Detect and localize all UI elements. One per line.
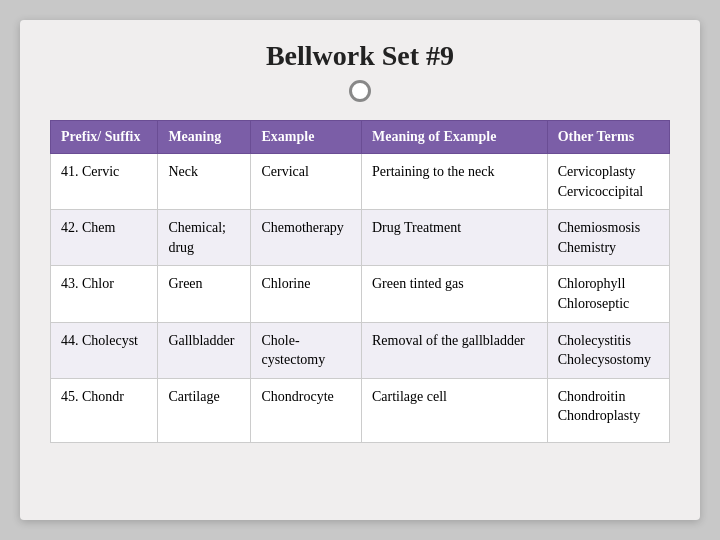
- cell-meaning: Gallbladder: [158, 322, 251, 378]
- cell-example: Cervical: [251, 154, 362, 210]
- cell-example: Chemotherapy: [251, 210, 362, 266]
- table-header-row: Prefix/ Suffix Meaning Example Meaning o…: [51, 121, 670, 154]
- cell-meaning: Chemical; drug: [158, 210, 251, 266]
- page-title: Bellwork Set #9: [266, 40, 454, 72]
- cell-example: Chole- cystectomy: [251, 322, 362, 378]
- cell-meaning-of-example: Removal of the gallbladder: [361, 322, 547, 378]
- cell-other-terms: Chlorophyll Chloroseptic: [547, 266, 669, 322]
- cell-prefix: 41. Cervic: [51, 154, 158, 210]
- cell-example: Chondrocyte: [251, 378, 362, 442]
- cell-prefix: 45. Chondr: [51, 378, 158, 442]
- title-area: Bellwork Set #9: [50, 40, 670, 102]
- col-header-other-terms: Other Terms: [547, 121, 669, 154]
- bellwork-table: Prefix/ Suffix Meaning Example Meaning o…: [50, 120, 670, 443]
- table-row: 43. ChlorGreenChlorineGreen tinted gasCh…: [51, 266, 670, 322]
- cell-meaning-of-example: Cartilage cell: [361, 378, 547, 442]
- cell-meaning-of-example: Pertaining to the neck: [361, 154, 547, 210]
- cell-meaning: Cartilage: [158, 378, 251, 442]
- cell-prefix: 43. Chlor: [51, 266, 158, 322]
- cell-prefix: 42. Chem: [51, 210, 158, 266]
- table-row: 41. CervicNeckCervicalPertaining to the …: [51, 154, 670, 210]
- cell-other-terms: Cholecystitis Cholecysostomy: [547, 322, 669, 378]
- col-header-prefix: Prefix/ Suffix: [51, 121, 158, 154]
- cell-other-terms: Chemiosmosis Chemistry: [547, 210, 669, 266]
- cell-meaning: Green: [158, 266, 251, 322]
- cell-meaning-of-example: Drug Treatment: [361, 210, 547, 266]
- table-row: 42. ChemChemical; drugChemotherapyDrug T…: [51, 210, 670, 266]
- col-header-example: Example: [251, 121, 362, 154]
- cell-other-terms: Cervicoplasty Cervicoccipital: [547, 154, 669, 210]
- cell-meaning: Neck: [158, 154, 251, 210]
- table-row: 44. CholecystGallbladderChole- cystectom…: [51, 322, 670, 378]
- cell-example: Chlorine: [251, 266, 362, 322]
- cell-prefix: 44. Cholecyst: [51, 322, 158, 378]
- title-circle-decoration: [349, 80, 371, 102]
- slide: Bellwork Set #9 Prefix/ Suffix Meaning E…: [20, 20, 700, 520]
- table-row: 45. ChondrCartilageChondrocyteCartilage …: [51, 378, 670, 442]
- cell-meaning-of-example: Green tinted gas: [361, 266, 547, 322]
- cell-other-terms: Chondroitin Chondroplasty: [547, 378, 669, 442]
- col-header-meaning: Meaning: [158, 121, 251, 154]
- col-header-meaning-of-example: Meaning of Example: [361, 121, 547, 154]
